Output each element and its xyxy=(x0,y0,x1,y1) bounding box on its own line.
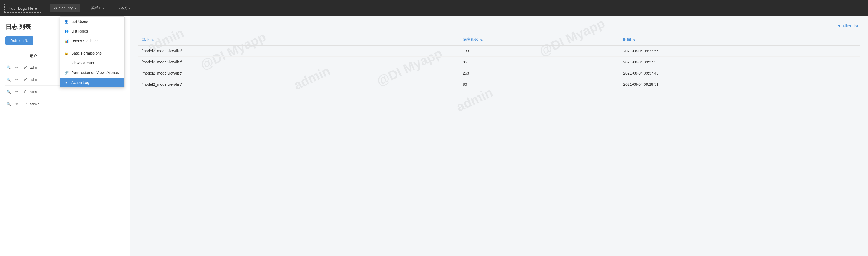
dropdown-list-users-label: List Users xyxy=(71,19,88,24)
table-header-row: 网址 ⇅ 响应延迟 ⇅ 时间 ⇅ xyxy=(138,35,860,45)
col-url-label: 网址 xyxy=(142,37,149,42)
dropdown-user-statistics[interactable]: 📊 User's Statistics xyxy=(60,36,124,46)
link-icon: 🔗 xyxy=(64,71,69,75)
refresh-label: Refresh xyxy=(10,38,24,43)
col-url-header[interactable]: 网址 ⇅ xyxy=(138,35,459,45)
chevron-down-icon: ▾ xyxy=(103,7,104,10)
action-icons: 🔍 ✏ 🖊 xyxy=(5,88,30,95)
main-content: 日志 列表 Refresh ↻ 用户 🔍 ✏ 🖊 admin 🔍 ✏ 🖊 xyxy=(0,16,868,256)
pencil-icon[interactable]: 🖊 xyxy=(22,101,28,107)
time-cell: 2021-08-04 09:37:48 xyxy=(619,68,860,79)
delay-cell: 133 xyxy=(459,45,619,57)
dropdown-permission-views-label: Permission on Views/Menus xyxy=(71,70,119,75)
col-time-header[interactable]: 时间 ⇅ xyxy=(619,35,860,45)
dropdown-base-permissions-label: Base Permissions xyxy=(71,51,102,55)
dropdown-views-menus[interactable]: ☰ Views/Menus xyxy=(60,58,124,68)
sort-icon: ⇅ xyxy=(633,38,636,41)
dropdown-action-log-label: Action Log xyxy=(71,80,89,85)
edit-icon[interactable]: ✏ xyxy=(13,88,20,95)
security-dropdown: 👤 List Users 👥 List Roles 📊 User's Stati… xyxy=(60,16,125,88)
action-icons: 🔍 ✏ 🖊 xyxy=(5,101,30,107)
filter-list-label: Filter List xyxy=(843,24,858,28)
table-row: 🔍 ✏ 🖊 admin xyxy=(5,98,124,110)
menu-icon: ☰ xyxy=(86,6,89,10)
time-cell: 2021-08-04 09:37:50 xyxy=(619,57,860,68)
right-panel: admin @DI Myapp admin @DI Myapp admin @D… xyxy=(130,16,868,256)
roles-icon: 👥 xyxy=(64,29,69,33)
views-icon: ☰ xyxy=(64,61,69,65)
dropdown-list-roles[interactable]: 👥 List Roles xyxy=(60,26,124,36)
action-icons: 🔍 ✏ 🖊 xyxy=(5,64,30,70)
url-cell: /model2_modelview/list/ xyxy=(138,79,459,90)
refresh-icon: ↻ xyxy=(25,38,28,43)
delay-cell: 86 xyxy=(459,57,619,68)
gear-icon: ⚙ xyxy=(54,6,58,10)
col-delay-label: 响应延迟 xyxy=(463,37,478,42)
url-cell: /model2_modelview/list/ xyxy=(138,45,459,57)
nav-security[interactable]: ⚙ Security ▾ xyxy=(50,4,80,12)
url-cell: /model2_modelview/list/ xyxy=(138,57,459,68)
filter-list-button[interactable]: ▼ Filter List xyxy=(835,23,860,29)
table-row: /model2_modelview/list/ 86 2021-08-04 09… xyxy=(138,79,860,90)
nav-security-label: Security xyxy=(59,6,73,10)
sort-icon: ⇅ xyxy=(151,38,154,41)
nav-template-label: 模板 xyxy=(119,6,127,10)
table-row: /model2_modelview/list/ 133 2021-08-04 0… xyxy=(138,45,860,57)
template-icon: ☰ xyxy=(114,6,118,10)
dropdown-list-users[interactable]: 👤 List Users xyxy=(60,17,124,26)
search-icon[interactable]: 🔍 xyxy=(5,101,12,107)
table-row: /model2_modelview/list/ 263 2021-08-04 0… xyxy=(138,68,860,79)
edit-icon[interactable]: ✏ xyxy=(13,76,20,83)
table-row: /model2_modelview/list/ 86 2021-08-04 09… xyxy=(138,57,860,68)
chevron-down-icon: ▾ xyxy=(75,7,76,10)
data-table: 网址 ⇅ 响应延迟 ⇅ 时间 ⇅ /model2_modelview/list/… xyxy=(138,35,860,90)
user-icon: 👤 xyxy=(64,20,69,24)
col-delay-header[interactable]: 响应延迟 ⇅ xyxy=(459,35,619,45)
search-icon[interactable]: 🔍 xyxy=(5,88,12,95)
sort-icon: ⇅ xyxy=(480,38,483,41)
edit-icon[interactable]: ✏ xyxy=(13,101,20,107)
statistics-icon: 📊 xyxy=(64,39,69,43)
edit-icon[interactable]: ✏ xyxy=(13,64,20,70)
dropdown-list-roles-label: List Roles xyxy=(71,29,88,33)
delay-cell: 263 xyxy=(459,68,619,79)
dropdown-views-menus-label: Views/Menus xyxy=(71,61,94,65)
user-cell: admin xyxy=(30,90,124,94)
pencil-icon[interactable]: 🖊 xyxy=(22,76,28,83)
search-icon[interactable]: 🔍 xyxy=(5,76,12,83)
delay-cell: 86 xyxy=(459,79,619,90)
dropdown-divider-1 xyxy=(60,47,124,47)
lock-icon: 🔒 xyxy=(64,51,69,55)
refresh-button[interactable]: Refresh ↻ xyxy=(5,36,33,45)
dropdown-permission-views[interactable]: 🔗 Permission on Views/Menus xyxy=(60,68,124,78)
filter-icon: ▼ xyxy=(837,24,841,28)
nav-menu1-label: 菜单1 xyxy=(91,6,101,10)
search-icon[interactable]: 🔍 xyxy=(5,64,12,70)
filter-bar: ▼ Filter List xyxy=(138,23,860,29)
time-cell: 2021-08-04 09:37:56 xyxy=(619,45,860,57)
chevron-down-icon: ▾ xyxy=(129,7,130,10)
url-cell: /model2_modelview/list/ xyxy=(138,68,459,79)
user-cell: admin xyxy=(30,102,124,106)
action-icons: 🔍 ✏ 🖊 xyxy=(5,76,30,83)
logo: Your Logo Here xyxy=(4,4,41,13)
list-icon: ≡ xyxy=(64,81,69,85)
nav-template[interactable]: ☰ 模板 ▾ xyxy=(110,3,134,13)
pencil-icon[interactable]: 🖊 xyxy=(22,64,28,70)
dropdown-base-permissions[interactable]: 🔒 Base Permissions xyxy=(60,48,124,58)
navbar: Your Logo Here ⚙ Security ▾ ☰ 菜单1 ▾ ☰ 模板… xyxy=(0,0,868,16)
nav-menu1[interactable]: ☰ 菜单1 ▾ xyxy=(82,3,108,13)
dropdown-user-statistics-label: User's Statistics xyxy=(71,39,98,43)
col-time-label: 时间 xyxy=(623,37,631,42)
pencil-icon[interactable]: 🖊 xyxy=(22,88,28,95)
dropdown-action-log[interactable]: ≡ Action Log xyxy=(60,78,124,87)
time-cell: 2021-08-04 09:28:51 xyxy=(619,79,860,90)
